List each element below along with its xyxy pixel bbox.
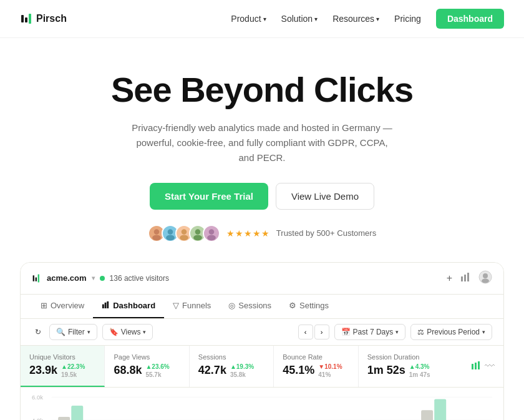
svg-rect-27 bbox=[478, 361, 480, 369]
nav-arrows: ‹ › bbox=[298, 325, 329, 339]
stat-label: Page Views bbox=[114, 353, 180, 361]
demo-button[interactable]: View Live Demo bbox=[276, 183, 374, 210]
user-avatar[interactable] bbox=[478, 270, 492, 286]
chevron-down-icon: ▾ bbox=[376, 16, 379, 22]
svg-point-10 bbox=[193, 235, 202, 240]
sessions-icon: ◎ bbox=[228, 301, 235, 310]
date-range-button[interactable]: 📅 Past 7 Days ▾ bbox=[334, 324, 406, 340]
nav-pricing[interactable]: Pricing bbox=[394, 14, 421, 24]
stat-value: 45.1% ▼10.1% 41% bbox=[283, 363, 349, 378]
chevron-icon: ▾ bbox=[395, 329, 399, 335]
compare-button[interactable]: ⚖ Previous Period ▾ bbox=[410, 324, 492, 340]
prev-arrow[interactable]: ‹ bbox=[298, 325, 313, 339]
dropdown-icon[interactable]: ▾ bbox=[92, 275, 95, 281]
svg-rect-15 bbox=[38, 274, 39, 282]
dashboard-topbar: acme.com ▾ 136 active visitors + bbox=[21, 263, 503, 295]
tab-dashboard[interactable]: Dashboard bbox=[93, 295, 164, 318]
svg-point-5 bbox=[168, 229, 173, 235]
stat-session-duration[interactable]: Session Duration 1m 52s ▲4.3% 1m 47s bbox=[359, 346, 462, 387]
stats-row: Unique Visitors 23.9k ▲22.3% 19.5k Page … bbox=[21, 346, 503, 388]
overview-icon: ⊞ bbox=[41, 301, 47, 310]
next-arrow[interactable]: › bbox=[314, 325, 329, 339]
dashboard-button[interactable]: Dashboard bbox=[436, 9, 504, 29]
site-name[interactable]: acme.com bbox=[47, 273, 87, 283]
nav-links: Product ▾ Solution ▾ Resources ▾ Pricing… bbox=[231, 9, 504, 29]
stat-badges: ▲23.6% 55.7k bbox=[145, 363, 169, 378]
stat-value: 42.7k ▲19.3% 35.8k bbox=[198, 363, 264, 378]
stat-label: Bounce Rate bbox=[283, 353, 349, 361]
chevron-down-icon: ▾ bbox=[263, 16, 266, 22]
svg-rect-13 bbox=[33, 275, 34, 281]
tab-sessions[interactable]: ◎ Sessions bbox=[220, 295, 280, 318]
tab-settings-label: Settings bbox=[299, 301, 329, 310]
stat-sessions[interactable]: Sessions 42.7k ▲19.3% 35.8k bbox=[190, 346, 274, 387]
toolbar-left: ↻ 🔍 Filter ▾ 🔖 Views ▾ bbox=[32, 324, 153, 340]
stat-badges: ▲22.3% 19.5k bbox=[61, 363, 85, 378]
svg-rect-48 bbox=[421, 410, 433, 420]
filter-icon: 🔍 bbox=[56, 328, 66, 336]
pirsch-logo-small bbox=[32, 273, 42, 283]
tab-dashboard-label: Dashboard bbox=[113, 301, 155, 310]
stat-label: Session Duration bbox=[367, 353, 454, 361]
tab-funnels[interactable]: ▽ Funnels bbox=[164, 295, 220, 318]
logo[interactable]: Pirsch bbox=[20, 12, 67, 25]
hero-subtitle: Privacy-friendly web analytics made and … bbox=[131, 120, 393, 165]
svg-rect-26 bbox=[475, 363, 477, 369]
svg-rect-22 bbox=[102, 304, 104, 308]
nav-solution[interactable]: Solution ▾ bbox=[281, 14, 318, 24]
svg-point-7 bbox=[182, 229, 187, 235]
chart-toolbar: ↻ 🔍 Filter ▾ 🔖 Views ▾ ‹ › 📅 bbox=[21, 319, 503, 346]
stat-page-views[interactable]: Page Views 68.8k ▲23.6% 55.7k bbox=[105, 346, 189, 387]
stat-unique-visitors[interactable]: Unique Visitors 23.9k ▲22.3% 19.5k bbox=[21, 346, 105, 387]
site-info: acme.com ▾ 136 active visitors bbox=[32, 273, 169, 283]
svg-point-11 bbox=[209, 229, 215, 235]
hero-buttons: Start Your Free Trial View Live Demo bbox=[20, 183, 504, 210]
chevron-icon: ▾ bbox=[143, 329, 146, 335]
svg-point-20 bbox=[483, 273, 488, 278]
logo-icon bbox=[20, 12, 32, 25]
calendar-icon: 📅 bbox=[341, 328, 351, 336]
bar-chart: 6.0k 4.0k 2.0k 0 bbox=[32, 394, 492, 420]
dashboard-mockup: acme.com ▾ 136 active visitors + ⊞ Overv… bbox=[0, 262, 524, 420]
views-button[interactable]: 🔖 Views ▾ bbox=[102, 324, 153, 340]
tab-overview-label: Overview bbox=[51, 301, 84, 310]
stat-label: Sessions bbox=[198, 353, 264, 361]
topbar-actions: + bbox=[447, 270, 492, 286]
stars-display: ★★★★★ bbox=[226, 228, 270, 239]
svg-point-8 bbox=[180, 235, 188, 240]
svg-rect-25 bbox=[472, 364, 473, 369]
add-icon[interactable]: + bbox=[447, 273, 452, 284]
dashboard-tabs: ⊞ Overview Dashboard ▽ Funnels ◎ Session… bbox=[21, 295, 503, 319]
chart-svg: 6.0k 4.0k 2.0k 0 bbox=[32, 394, 492, 420]
filter-button[interactable]: 🔍 Filter ▾ bbox=[49, 324, 97, 340]
compare-icon: ⚖ bbox=[417, 328, 424, 336]
svg-point-4 bbox=[152, 235, 161, 240]
svg-rect-24 bbox=[107, 301, 109, 308]
tab-overview[interactable]: ⊞ Overview bbox=[32, 295, 93, 318]
avatar-group bbox=[148, 225, 220, 242]
stat-badges: ▲4.3% 1m 47s bbox=[409, 363, 430, 378]
funnels-icon: ▽ bbox=[173, 301, 179, 310]
line-chart-icon[interactable]: 〰 bbox=[485, 361, 495, 372]
stat-bounce-rate[interactable]: Bounce Rate 45.1% ▼10.1% 41% bbox=[274, 346, 358, 387]
bar-chart-icon[interactable] bbox=[471, 360, 481, 373]
date-range-label: Past 7 Days bbox=[353, 328, 394, 336]
bookmark-icon: 🔖 bbox=[109, 328, 119, 336]
dashboard-icon bbox=[102, 301, 110, 311]
nav-product[interactable]: Product ▾ bbox=[231, 14, 266, 24]
svg-rect-36 bbox=[58, 416, 70, 420]
tab-settings[interactable]: ⚙ Settings bbox=[280, 295, 337, 318]
nav-resources[interactable]: Resources ▾ bbox=[332, 14, 379, 24]
trial-button[interactable]: Start Your Free Trial bbox=[150, 183, 268, 210]
svg-rect-18 bbox=[467, 273, 469, 281]
svg-point-6 bbox=[166, 235, 175, 240]
stat-value: 23.9k ▲22.3% 19.5k bbox=[29, 363, 95, 378]
svg-rect-23 bbox=[105, 302, 107, 308]
stat-value: 68.8k ▲23.6% 55.7k bbox=[114, 363, 180, 378]
refresh-button[interactable]: ↻ bbox=[32, 325, 44, 339]
chart-icon[interactable] bbox=[460, 271, 471, 285]
stat-badges: ▲19.3% 35.8k bbox=[230, 363, 254, 378]
chevron-icon: ▾ bbox=[482, 329, 485, 335]
svg-point-9 bbox=[195, 229, 201, 235]
svg-rect-14 bbox=[36, 277, 37, 281]
